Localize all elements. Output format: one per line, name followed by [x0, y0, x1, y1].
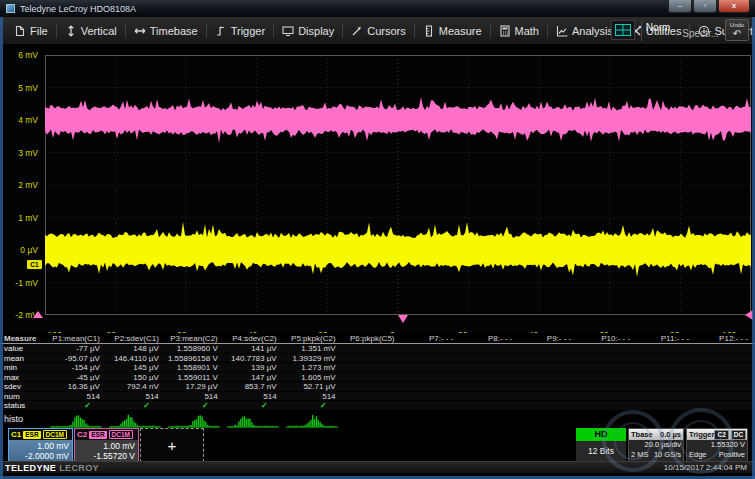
y-axis-label: 0 µV	[20, 245, 38, 255]
measure-row-value: value-77 µV148 µV1.558960 V141 µV1.351 m…	[0, 344, 755, 354]
undo-button[interactable]: Undo ↶	[725, 19, 749, 41]
measure-cell	[402, 363, 461, 372]
undo-arrow-icon: ↶	[726, 29, 748, 39]
menu-item-math[interactable]: Math	[491, 17, 547, 44]
measure-row-mean: mean-95.07 µV146.4110 µV1.55896158 V140.…	[0, 354, 755, 364]
measure-column-header[interactable]: P3:mean(C2)	[166, 333, 225, 343]
measure-cell: ✓	[48, 401, 107, 410]
measure-histogram	[225, 410, 284, 428]
maximize-button[interactable]: ▫	[693, 0, 717, 13]
measure-histogram	[107, 410, 166, 428]
c2-ground-marker[interactable]	[33, 311, 43, 318]
horizontal-arrows-icon	[134, 25, 146, 37]
trigger-descriptor[interactable]: Trigger C2 DC 1.55320 V Edge Positive	[686, 428, 748, 462]
menu-item-file[interactable]: File	[6, 17, 56, 44]
hd-mode-box[interactable]: HD 12 Bits	[576, 428, 626, 462]
measure-column-header[interactable]: P6:pkpk(C5)	[343, 333, 402, 343]
close-button[interactable]: x	[718, 0, 750, 13]
measure-cell	[460, 354, 519, 363]
measure-cell	[637, 382, 696, 391]
measure-column-header[interactable]: P1:mean(C1)	[48, 333, 107, 343]
scope-display-area: 6 mV5 mV4 mV3 mV2 mV1 mV0 µV-1 mV-2 mV -…	[0, 45, 755, 333]
measure-column-header[interactable]: P10:- - -	[578, 333, 637, 343]
measure-cell	[402, 392, 461, 401]
measure-column-header[interactable]: P11:- - -	[637, 333, 696, 343]
trigger-time-marker[interactable]	[398, 315, 408, 323]
measure-cell	[696, 373, 755, 382]
y-axis-label: 3 mV	[18, 148, 38, 158]
measure-cell	[402, 354, 461, 363]
measure-column-header[interactable]: P5:pkpk(C2)	[284, 333, 343, 343]
menu-item-trigger[interactable]: Trigger	[207, 17, 273, 44]
trigger-slope: Positive	[719, 450, 745, 460]
grid-icon	[615, 24, 631, 36]
measure-cell: 514	[48, 392, 107, 401]
spectrum-button[interactable]: Spectr...	[682, 22, 719, 39]
y-axis-label: 4 mV	[18, 115, 38, 125]
measure-cell	[519, 392, 578, 401]
measure-cell	[343, 392, 402, 401]
timebase-delay: 0.0 µs	[660, 430, 681, 439]
measure-column-header[interactable]: P9:- - -	[519, 333, 578, 343]
measure-row-num: num514514514514514	[0, 392, 755, 402]
measure-histogram	[284, 410, 343, 428]
measure-cell	[519, 354, 578, 363]
c1-esr-badge: ESR	[23, 431, 40, 439]
timebase-descriptor[interactable]: Tbase 0.0 µs 20.0 µs/div 2 MS 10 GS/s	[628, 428, 684, 462]
measure-column-header[interactable]: P4:sdev(C2)	[225, 333, 284, 343]
measure-histogram	[48, 410, 107, 428]
measure-cell: 52.71 µV	[284, 382, 343, 391]
menu-item-vertical[interactable]: Vertical	[57, 17, 125, 44]
trigger-edge-icon	[215, 25, 227, 37]
measure-column-header[interactable]: P8:- - -	[460, 333, 519, 343]
norm-indicator[interactable]: Norm	[641, 20, 676, 41]
measure-cell: 514	[166, 392, 225, 401]
c1-ground-marker[interactable]: C1	[27, 260, 42, 269]
measure-cell	[696, 344, 755, 353]
c1-offset: -2.0000 mV	[9, 451, 69, 461]
measure-cell: 1.605 mV	[284, 373, 343, 382]
window-title: Teledyne LeCroy HDO8108A	[20, 4, 136, 14]
menu-item-display[interactable]: Display	[274, 17, 342, 44]
y-axis-label: 5 mV	[18, 83, 38, 93]
measure-cell: 150 µV	[107, 373, 166, 382]
y-axis-label: 6 mV	[18, 50, 38, 60]
measure-cell	[578, 354, 637, 363]
app-icon	[6, 4, 15, 13]
hd-badge: HD	[576, 428, 626, 441]
minimize-button[interactable]: –	[668, 0, 692, 13]
add-channel-button[interactable]: +	[140, 428, 204, 462]
channel-descriptor-c2[interactable]: C2 ESR DC1M 1.00 mV -1.55720 V	[74, 428, 139, 462]
measure-cell	[637, 344, 696, 353]
measure-cell	[402, 382, 461, 391]
measure-cell: ✓	[166, 401, 225, 410]
menu-item-measure[interactable]: Measure	[415, 17, 490, 44]
grid-layout-button[interactable]	[611, 20, 635, 40]
menu-item-timebase[interactable]: Timebase	[126, 17, 206, 44]
measure-histogram	[637, 410, 696, 428]
timebase-rate: 10 GS/s	[654, 450, 681, 460]
measure-cell: 148 µV	[107, 344, 166, 353]
measure-cell: 1.559011 V	[166, 373, 225, 382]
measure-cell	[460, 401, 519, 410]
c2-esr-badge: ESR	[89, 431, 106, 439]
measure-cell	[402, 401, 461, 410]
menu-item-cursors[interactable]: Cursors	[343, 17, 414, 44]
measure-cell: 147 µV	[225, 373, 284, 382]
measure-cell: 140.7783 µV	[225, 354, 284, 363]
measure-column-header[interactable]: P2:sdev(C1)	[107, 333, 166, 343]
measure-cell	[519, 363, 578, 372]
measure-histogram	[402, 410, 461, 428]
channel-descriptor-c1[interactable]: C1 ESR DC1M 1.00 mV -2.0000 mV	[8, 428, 73, 462]
trigger-source-badge: C2	[714, 430, 728, 440]
trigger-mode: Edge	[689, 450, 707, 460]
measure-cell: 792.4 nV	[107, 382, 166, 391]
measure-cell	[343, 382, 402, 391]
measure-column-header[interactable]: P12:- - -	[696, 333, 755, 343]
measure-cell: 514	[284, 392, 343, 401]
measure-cell	[519, 344, 578, 353]
measure-cell: 16.36 µV	[48, 382, 107, 391]
chart-icon	[556, 25, 568, 37]
measure-column-header[interactable]: P7:- - -	[402, 333, 461, 343]
measure-row-min: min-154 µV145 µV1.558901 V139 µV1.273 mV	[0, 363, 755, 373]
